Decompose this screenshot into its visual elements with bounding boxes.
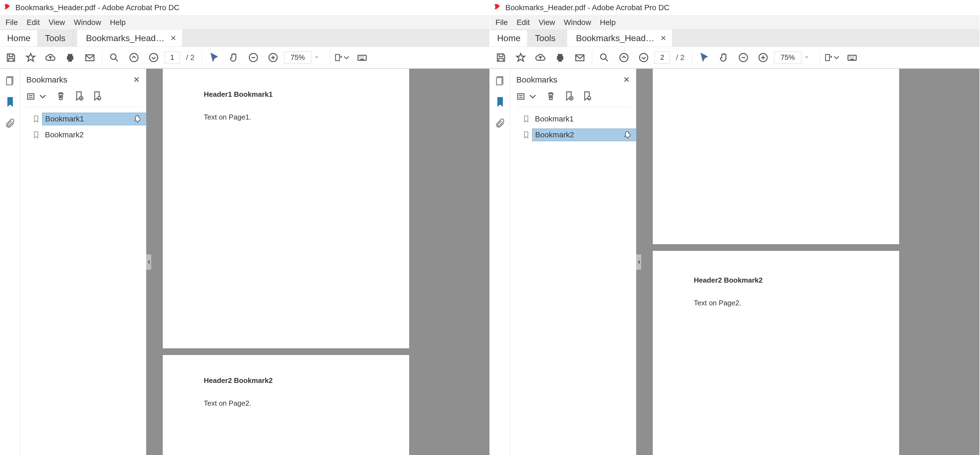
expand-options-icon[interactable] [516, 91, 538, 102]
svg-rect-10 [28, 94, 34, 99]
bookmark-item[interactable]: Bookmark1 [520, 111, 633, 127]
tab-tools[interactable]: Tools [38, 30, 73, 46]
keyboard-icon[interactable] [843, 49, 861, 66]
menu-edit[interactable]: Edit [22, 16, 44, 29]
svg-rect-22 [496, 78, 502, 85]
zoom-field[interactable]: 75% [774, 51, 802, 64]
svg-rect-19 [826, 54, 829, 61]
menu-help[interactable]: Help [105, 16, 130, 29]
delete-bookmark-icon[interactable] [545, 91, 556, 102]
close-tab-icon[interactable]: ✕ [660, 35, 667, 42]
page-down-icon[interactable] [635, 49, 652, 66]
zoom-in-icon[interactable] [264, 49, 282, 66]
menu-window[interactable]: Window [70, 16, 106, 29]
svg-rect-23 [518, 94, 524, 99]
close-panel-icon[interactable]: ✕ [133, 75, 140, 85]
zoom-out-icon[interactable] [245, 49, 262, 66]
tab-tools[interactable]: Tools [528, 30, 563, 46]
zoom-field[interactable]: 75% [284, 51, 312, 64]
collapse-panel-icon[interactable] [636, 254, 641, 270]
toolbar-separator [202, 51, 202, 64]
find-bookmark-icon[interactable] [581, 91, 592, 102]
menu-bar: File Edit View Window Help [490, 15, 980, 30]
menu-view[interactable]: View [534, 16, 559, 29]
page-up-icon[interactable] [615, 49, 633, 66]
delete-bookmark-icon[interactable] [55, 91, 66, 102]
close-panel-icon[interactable]: ✕ [623, 75, 630, 85]
arrow-cursor-icon[interactable] [695, 49, 713, 66]
tab-document[interactable]: Bookmarks_Header.... ✕ [77, 30, 183, 46]
save-icon[interactable] [2, 49, 20, 66]
hand-tool-icon[interactable] [225, 49, 242, 66]
mail-icon[interactable] [571, 49, 589, 66]
chevron-down-icon[interactable] [314, 54, 319, 61]
thumbnails-icon[interactable] [495, 75, 506, 87]
bookmark-item[interactable]: Bookmark1 [30, 111, 143, 127]
chevron-down-icon[interactable] [804, 54, 809, 61]
fit-width-icon[interactable] [334, 49, 351, 66]
menu-file[interactable]: File [1, 16, 22, 29]
page-number-input[interactable] [655, 51, 670, 64]
attachments-icon[interactable] [5, 118, 16, 130]
menu-help[interactable]: Help [595, 16, 620, 29]
page-text: Text on Page2. [204, 399, 368, 407]
star-icon[interactable] [22, 49, 40, 66]
acrobat-icon [493, 3, 505, 13]
find-icon[interactable] [105, 49, 123, 66]
print-icon[interactable] [551, 49, 569, 66]
thumbnails-icon[interactable] [5, 75, 16, 87]
menu-view[interactable]: View [44, 16, 69, 29]
hand-tool-icon[interactable] [715, 49, 732, 66]
mail-icon[interactable] [81, 49, 99, 66]
page-up-icon[interactable] [125, 49, 143, 66]
cloud-upload-icon[interactable] [531, 49, 549, 66]
new-bookmark-icon[interactable] [73, 91, 84, 102]
print-icon[interactable] [61, 49, 79, 66]
document-area[interactable]: Header2 Bookmark2 Text on Page2. [636, 69, 980, 455]
fit-width-icon[interactable] [824, 49, 841, 66]
bookmarks-tab-icon[interactable] [495, 96, 506, 108]
menu-file[interactable]: File [491, 16, 512, 29]
bookmarks-tab-icon[interactable] [5, 96, 16, 108]
cloud-upload-icon[interactable] [41, 49, 59, 66]
arrow-cursor-icon[interactable] [205, 49, 223, 66]
toolbar: / 2 75% [0, 46, 490, 69]
star-icon[interactable] [512, 49, 530, 66]
svg-point-2 [130, 53, 138, 62]
zoom-in-icon[interactable] [754, 49, 772, 66]
svg-rect-9 [6, 78, 12, 85]
close-tab-icon[interactable]: ✕ [170, 35, 177, 42]
bookmark-item[interactable]: Bookmark2 [30, 127, 143, 143]
page-down-icon[interactable] [145, 49, 162, 66]
bookmarks-panel: Bookmarks ✕ Bookmark1 [20, 69, 146, 455]
page-header: Header2 Bookmark2 [204, 376, 368, 385]
toolbar: / 2 75% [490, 46, 980, 69]
page-header: Header1 Bookmark1 [204, 90, 368, 99]
tab-home[interactable]: Home [0, 30, 38, 46]
bookmark-item[interactable]: Bookmark2 [520, 127, 633, 143]
attachments-icon[interactable] [495, 118, 506, 130]
svg-point-15 [620, 53, 628, 62]
expand-options-icon[interactable] [26, 91, 48, 102]
tab-document-label: Bookmarks_Header.... [86, 33, 165, 43]
title-bar: Bookmarks_Header.pdf - Adobe Acrobat Pro… [490, 0, 980, 15]
tab-document[interactable]: Bookmarks_Header.... ✕ [567, 30, 673, 46]
keyboard-icon[interactable] [353, 49, 371, 66]
page-number-input[interactable] [165, 51, 180, 64]
acrobat-icon [3, 3, 15, 13]
panel-title: Bookmarks [26, 75, 67, 85]
find-icon[interactable] [595, 49, 613, 66]
tab-home[interactable]: Home [490, 30, 528, 46]
bookmarks-panel: Bookmarks ✕ Bookmark1 [510, 69, 636, 455]
page-text: Text on Page1. [204, 113, 368, 121]
bookmark-label: Bookmark1 [532, 113, 633, 125]
zoom-out-icon[interactable] [735, 49, 752, 66]
find-bookmark-icon[interactable] [91, 91, 102, 102]
collapse-panel-icon[interactable] [146, 254, 151, 270]
menu-window[interactable]: Window [560, 16, 596, 29]
menu-edit[interactable]: Edit [512, 16, 534, 29]
nav-column [490, 69, 510, 455]
document-area[interactable]: Header1 Bookmark1 Text on Page1. Header2… [146, 69, 490, 455]
save-icon[interactable] [492, 49, 510, 66]
new-bookmark-icon[interactable] [563, 91, 574, 102]
